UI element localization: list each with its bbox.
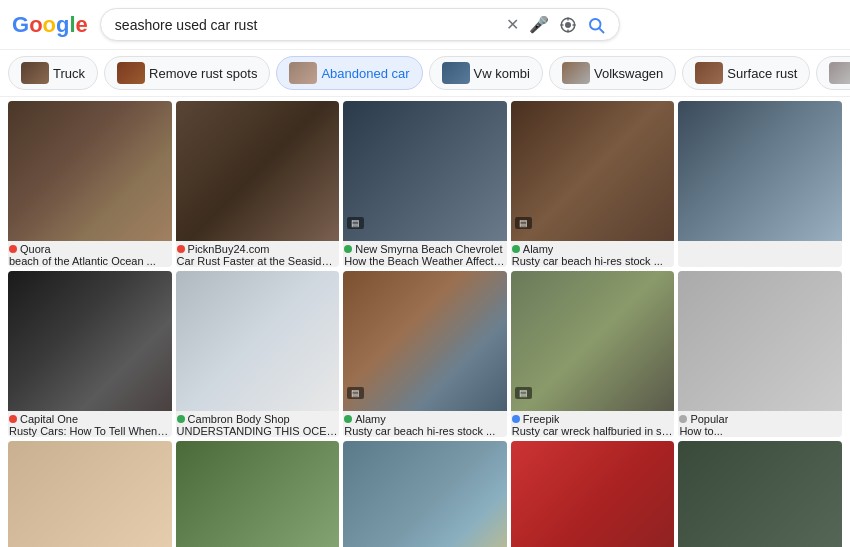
chip-label-vw-kombi: Vw kombi xyxy=(474,66,530,81)
image-description: Car Rust Faster at the Seaside ... xyxy=(176,255,340,267)
filter-chip-truck[interactable]: Truck xyxy=(8,56,98,90)
source-line: Popular xyxy=(678,413,842,425)
image-badge: ▤ xyxy=(515,387,532,399)
source-text: Freepik xyxy=(523,413,560,425)
source-text: Cambron Body Shop xyxy=(188,413,290,425)
search-icons: ✕ 🎤 xyxy=(506,15,605,34)
image-thumbnail xyxy=(678,271,842,411)
image-description: How the Beach Weather Affects Your ... xyxy=(343,255,507,267)
image-cell-r1-c4[interactable]: PopularHow to... xyxy=(678,271,842,437)
image-cell-r1-c2[interactable]: ▤AlamyRusty car beach hi-res stock ... xyxy=(343,271,507,437)
image-thumbnail xyxy=(511,441,675,547)
svg-rect-5 xyxy=(572,24,575,26)
search-submit-icon[interactable] xyxy=(587,16,605,34)
source-line: PicknBuy24.com xyxy=(176,243,340,255)
image-cell-r0-c1[interactable]: PicknBuy24.comCar Rust Faster at the Sea… xyxy=(176,101,340,267)
image-thumbnail xyxy=(511,101,675,241)
image-cell-r0-c0[interactable]: Quorabeach of the Atlantic Ocean ... xyxy=(8,101,172,267)
source-dot xyxy=(679,415,687,423)
svg-point-1 xyxy=(565,22,571,28)
svg-rect-4 xyxy=(560,24,563,26)
chip-label-truck: Truck xyxy=(53,66,85,81)
image-description: How to... xyxy=(678,425,842,437)
image-cell-r2-c0[interactable]: ▤AlamyRusty car beach hi-res stock ... xyxy=(8,441,172,547)
image-cell-r0-c3[interactable]: ▤AlamyRusty car beach hi-res stock ... xyxy=(511,101,675,267)
image-badge: ▤ xyxy=(347,387,364,399)
filter-chip-surface-rust[interactable]: Surface rust xyxy=(682,56,810,90)
image-description: Rusty Cars: How To Tell When a Car... xyxy=(8,425,172,437)
image-cell-r2-c1[interactable]: ▤Dreamstime.comOld Vw Kombi Rust is Not … xyxy=(176,441,340,547)
image-thumbnail xyxy=(8,101,172,241)
chip-thumb-remove-rust xyxy=(117,62,145,84)
image-cell-r2-c4[interactable]: Car r... xyxy=(678,441,842,547)
source-dot xyxy=(177,245,185,253)
image-cell-r2-c3[interactable]: Quoracars rust ... xyxy=(511,441,675,547)
source-text: New Smyrna Beach Chevrolet xyxy=(355,243,502,255)
image-description: beach of the Atlantic Ocean ... xyxy=(8,255,172,267)
image-grid: Quorabeach of the Atlantic Ocean ...Pick… xyxy=(0,97,850,547)
chip-label-surface-rust: Surface rust xyxy=(727,66,797,81)
source-line: Cambron Body Shop xyxy=(176,413,340,425)
image-description: Rusty car wreck halfburied in sand ... xyxy=(511,425,675,437)
source-dot xyxy=(512,245,520,253)
source-dot xyxy=(344,245,352,253)
image-thumbnail xyxy=(343,441,507,547)
chip-thumb-abandoned-car xyxy=(289,62,317,84)
svg-rect-3 xyxy=(567,29,569,32)
image-thumbnail xyxy=(176,101,340,241)
image-thumbnail xyxy=(511,271,675,411)
filter-bar: TruckRemove rust spotsAbandoned carVw ko… xyxy=(0,50,850,97)
filter-chip-vw-kombi[interactable]: Vw kombi xyxy=(429,56,543,90)
chip-label-volkswagen: Volkswagen xyxy=(594,66,663,81)
image-thumbnail xyxy=(176,441,340,547)
lens-icon[interactable] xyxy=(559,16,577,34)
chip-thumb-rust-repair xyxy=(829,62,850,84)
source-text: Alamy xyxy=(523,243,554,255)
image-description: UNDERSTANDING THIS OCEAN-SI... xyxy=(176,425,340,437)
filter-chip-rust-repair[interactable]: Rust repair xyxy=(816,56,850,90)
image-thumbnail xyxy=(343,271,507,411)
image-badge: ▤ xyxy=(347,217,364,229)
image-cell-r0-c2[interactable]: ▤New Smyrna Beach ChevroletHow the Beach… xyxy=(343,101,507,267)
image-description: Rusty car beach hi-res stock ... xyxy=(511,255,675,267)
image-cell-r1-c0[interactable]: Capital OneRusty Cars: How To Tell When … xyxy=(8,271,172,437)
filter-chip-remove-rust[interactable]: Remove rust spots xyxy=(104,56,270,90)
chip-thumb-vw-kombi xyxy=(442,62,470,84)
source-text: Popular xyxy=(690,413,728,425)
svg-rect-2 xyxy=(567,17,569,20)
source-text: Quora xyxy=(20,243,51,255)
svg-line-7 xyxy=(599,28,603,32)
image-cell-r1-c1[interactable]: Cambron Body ShopUNDERSTANDING THIS OCEA… xyxy=(176,271,340,437)
image-description: Rusty car beach hi-res stock ... xyxy=(343,425,507,437)
filter-chip-volkswagen[interactable]: Volkswagen xyxy=(549,56,676,90)
source-line: Alamy xyxy=(343,413,507,425)
source-dot xyxy=(344,415,352,423)
chip-label-remove-rust: Remove rust spots xyxy=(149,66,257,81)
search-input[interactable] xyxy=(115,17,506,33)
image-thumbnail xyxy=(678,101,842,241)
source-line: Quora xyxy=(8,243,172,255)
search-bar[interactable]: ✕ 🎤 xyxy=(100,8,620,41)
source-line: Capital One xyxy=(8,413,172,425)
source-line: Freepik xyxy=(511,413,675,425)
chip-thumb-volkswagen xyxy=(562,62,590,84)
image-badge: ▤ xyxy=(515,217,532,229)
image-thumbnail xyxy=(8,271,172,411)
source-line: Alamy xyxy=(511,243,675,255)
image-thumbnail xyxy=(8,441,172,547)
image-thumbnail xyxy=(343,101,507,241)
image-cell-r0-c4[interactable] xyxy=(678,101,842,267)
filter-chip-abandoned-car[interactable]: Abandoned car xyxy=(276,56,422,90)
source-dot xyxy=(9,245,17,253)
voice-search-icon[interactable]: 🎤 xyxy=(529,15,549,34)
source-dot xyxy=(177,415,185,423)
clear-icon[interactable]: ✕ xyxy=(506,15,519,34)
source-text: PicknBuy24.com xyxy=(188,243,270,255)
chip-label-abandoned-car: Abandoned car xyxy=(321,66,409,81)
image-cell-r1-c3[interactable]: ▤FreepikRusty car wreck halfburied in sa… xyxy=(511,271,675,437)
source-dot xyxy=(512,415,520,423)
header: Google ✕ 🎤 xyxy=(0,0,850,50)
source-dot xyxy=(9,415,17,423)
source-text: Capital One xyxy=(20,413,78,425)
image-cell-r2-c2[interactable]: Team-BHPCan sea water turn my Civic into… xyxy=(343,441,507,547)
